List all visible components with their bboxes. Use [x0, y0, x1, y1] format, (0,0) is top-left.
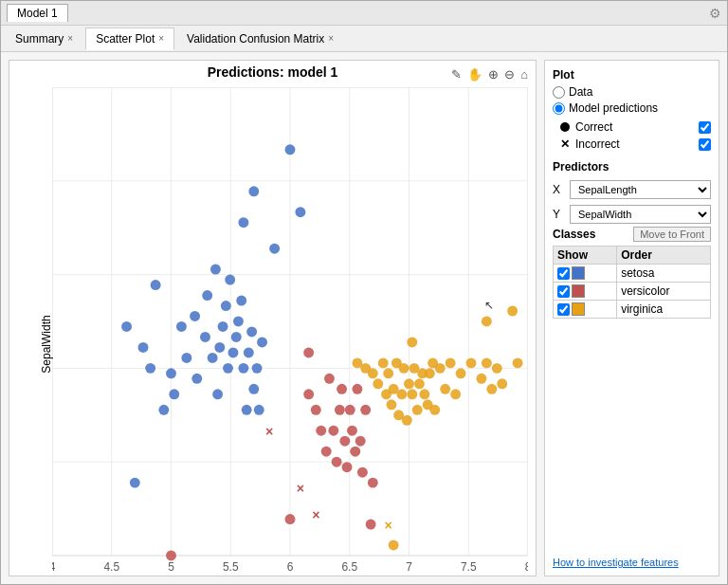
svg-point-72: [316, 426, 326, 436]
table-row: virginica: [554, 301, 711, 319]
tab-scatter-plot-label: Scatter Plot: [96, 32, 155, 46]
svg-point-66: [248, 186, 259, 196]
svg-point-133: [513, 357, 523, 368]
svg-point-46: [212, 389, 223, 399]
svg-text:4: 4: [52, 560, 56, 574]
svg-point-131: [497, 378, 507, 389]
y-predictor-label: Y: [553, 208, 566, 221]
svg-point-91: [368, 478, 378, 488]
virginica-color-check: [557, 302, 612, 316]
svg-point-71: [311, 405, 321, 415]
svg-point-75: [328, 426, 338, 436]
order-column-header: Order: [617, 247, 711, 265]
svg-point-48: [218, 321, 228, 332]
home-icon[interactable]: ⌂: [520, 67, 528, 82]
svg-point-39: [181, 353, 191, 363]
svg-point-53: [231, 332, 242, 342]
virginica-order-cell: virginica: [617, 301, 711, 319]
svg-point-41: [191, 374, 202, 384]
how-to-investigate-link[interactable]: How to investigate features: [553, 549, 711, 568]
svg-point-113: [412, 405, 423, 415]
main-content: Predictions: model 1 ✎ ✋ ⊕ ⊖ ⌂ SepalWidt…: [1, 52, 727, 584]
svg-point-78: [337, 384, 347, 394]
versicolor-show-cell: [554, 283, 617, 301]
svg-point-59: [246, 326, 257, 337]
model-predictions-radio[interactable]: [553, 102, 565, 115]
data-radio-label: Data: [569, 85, 592, 99]
setosa-checkbox[interactable]: [557, 267, 570, 280]
incorrect-x-icon: ✕: [560, 137, 570, 151]
svg-point-107: [396, 389, 407, 399]
svg-point-83: [350, 447, 360, 457]
table-row: setosa: [554, 265, 711, 283]
setosa-order-cell: setosa: [617, 265, 711, 283]
svg-point-37: [169, 389, 179, 399]
edit-icon[interactable]: ✎: [451, 67, 462, 82]
move-to-front-button[interactable]: Move to Front: [633, 227, 711, 242]
zoom-out-icon[interactable]: ⊖: [504, 67, 515, 82]
svg-point-132: [507, 306, 518, 317]
svg-point-77: [335, 405, 345, 415]
x-predictor-label: X: [553, 183, 566, 196]
versicolor-checkbox[interactable]: [557, 285, 570, 298]
model-tab[interactable]: Model 1: [7, 4, 68, 22]
classes-header: Classes Move to Front: [553, 227, 711, 242]
svg-point-40: [190, 311, 200, 321]
tab-scatter-plot[interactable]: Scatter Plot ×: [85, 27, 174, 50]
tab-summary[interactable]: Summary ×: [5, 27, 83, 50]
svg-point-65: [238, 217, 248, 228]
svg-point-73: [321, 447, 332, 457]
svg-point-85: [355, 436, 366, 447]
incorrect-checkbox[interactable]: [699, 138, 711, 151]
svg-text:×: ×: [312, 506, 319, 521]
svg-point-109: [402, 415, 412, 426]
predictors-section-title: Predictors: [553, 160, 711, 174]
svg-point-87: [360, 405, 371, 415]
svg-point-124: [450, 389, 461, 399]
svg-point-63: [257, 337, 267, 347]
versicolor-color-box: [572, 284, 585, 298]
svg-point-82: [347, 426, 357, 436]
svg-point-50: [223, 363, 233, 374]
y-axis-label: SepalWidth: [40, 315, 53, 373]
svg-point-64: [285, 144, 296, 155]
zoom-in-icon[interactable]: ⊕: [488, 67, 499, 82]
settings-icon[interactable]: ⚙: [709, 6, 721, 21]
svg-point-67: [269, 244, 280, 254]
y-predictor-select[interactable]: SepalWidth SepalLength PetalLength Petal…: [570, 205, 711, 224]
svg-point-116: [419, 389, 429, 399]
svg-point-126: [466, 357, 477, 368]
model-predictions-radio-row[interactable]: Model predictions: [553, 101, 711, 115]
x-predictor-select[interactable]: SepalLength SepalWidth PetalLength Petal…: [570, 180, 711, 199]
svg-point-128: [482, 357, 492, 368]
svg-point-36: [166, 368, 176, 378]
tab-validation-confusion-matrix[interactable]: Validation Confusion Matrix ×: [176, 27, 344, 50]
svg-text:7.5: 7.5: [461, 560, 477, 574]
svg-text:5.5: 5.5: [223, 560, 239, 574]
incorrect-check-row[interactable]: ✕ Incorrect: [553, 137, 711, 151]
svg-point-110: [404, 378, 414, 389]
tab-summary-close[interactable]: ×: [67, 33, 73, 44]
svg-point-100: [378, 357, 389, 368]
svg-point-38: [176, 321, 187, 332]
svg-text:6.5: 6.5: [341, 560, 357, 574]
svg-point-103: [386, 399, 396, 410]
svg-point-99: [373, 378, 383, 389]
tab-summary-label: Summary: [15, 32, 64, 46]
setosa-show-cell: [554, 265, 617, 283]
virginica-show-cell: [554, 301, 617, 319]
svg-point-88: [285, 514, 296, 524]
data-radio[interactable]: [553, 86, 565, 99]
svg-point-89: [166, 550, 176, 560]
tab-validation-close[interactable]: ×: [328, 33, 334, 44]
pan-icon[interactable]: ✋: [467, 67, 482, 82]
svg-point-69: [130, 478, 140, 488]
tab-scatter-plot-close[interactable]: ×: [158, 33, 164, 44]
correct-check-row[interactable]: Correct: [553, 120, 711, 134]
table-row: versicolor: [554, 283, 711, 301]
correct-checkbox[interactable]: [699, 121, 711, 134]
model-tab-label: Model 1: [17, 7, 58, 20]
data-radio-row[interactable]: Data: [553, 85, 711, 99]
virginica-checkbox[interactable]: [557, 303, 570, 316]
main-window: Model 1 ⚙ Summary × Scatter Plot × Valid…: [0, 0, 728, 585]
